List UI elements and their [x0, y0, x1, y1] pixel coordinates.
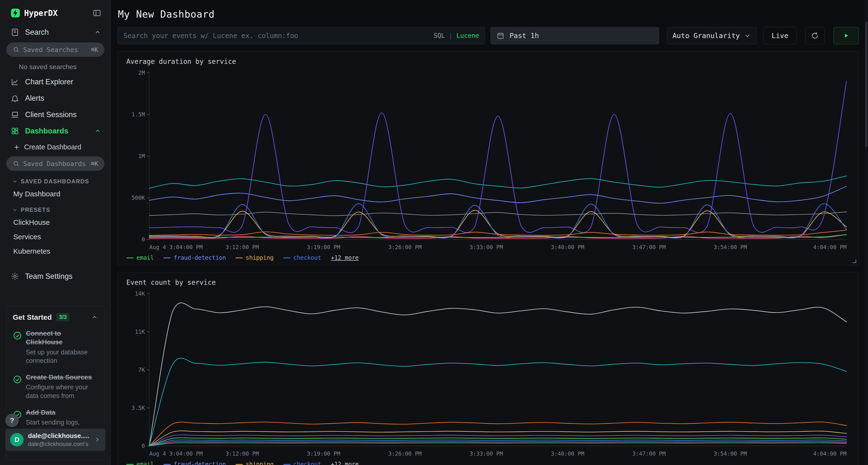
sidebar-item-label: Client Sessions	[25, 110, 77, 119]
check-circle-icon	[13, 375, 22, 385]
get-started-progress-badge: 3/3	[56, 313, 70, 322]
live-button[interactable]: Live	[763, 27, 797, 44]
language-toggle-lucene[interactable]: Lucene	[457, 32, 479, 39]
sidebar-item-label: Search	[25, 28, 49, 37]
legend-item-checkout[interactable]: checkout	[283, 461, 321, 465]
sidebar-item-label: Team Settings	[25, 272, 72, 281]
svg-text:3:26:00 PM: 3:26:00 PM	[388, 451, 422, 457]
svg-text:0: 0	[142, 443, 145, 449]
run-query-button[interactable]	[833, 27, 859, 44]
sidebar-item-kubernetes[interactable]: Kubernetes	[0, 244, 111, 259]
language-toggle-sql[interactable]: SQL	[434, 32, 445, 39]
time-range-input[interactable]: Past 1h	[490, 27, 659, 44]
legend-item-email[interactable]: email	[126, 461, 154, 465]
step-title: Add Data	[26, 408, 98, 417]
refresh-icon	[811, 32, 819, 40]
hyperdx-logo[interactable]: HyperDX	[10, 8, 58, 18]
legend-item-shipping[interactable]: shipping	[236, 461, 274, 465]
sidebar-item-search[interactable]: Search	[0, 24, 111, 40]
svg-text:3:54:00 PM: 3:54:00 PM	[714, 451, 747, 457]
scrollbar-thumb[interactable]	[865, 22, 867, 147]
panel-resize-handle[interactable]	[852, 260, 856, 263]
chart-title: Event count by service	[126, 278, 850, 287]
step-description: Configure where your data comes from	[26, 383, 98, 400]
sidebar-item-dashboards[interactable]: Dashboards	[0, 123, 111, 139]
page-title: My New Dashboard	[118, 9, 859, 20]
refresh-button[interactable]	[805, 27, 825, 44]
legend-label: email	[136, 255, 154, 261]
sidebar-item-client-sessions[interactable]: Client Sessions	[0, 106, 111, 123]
saved-searches-placeholder: Saved Searches	[23, 46, 88, 54]
legend-item-shipping[interactable]: shipping	[236, 255, 274, 261]
bell-icon	[10, 94, 19, 103]
legend-item-email[interactable]: email	[126, 255, 154, 261]
svg-text:2M: 2M	[138, 70, 145, 76]
get-started-step-connect[interactable]: Connect to ClickHouse Set up your databa…	[13, 329, 98, 365]
create-dashboard-label: Create Dashboard	[24, 143, 81, 151]
section-header-label: SAVED DASHBOARDS	[21, 178, 89, 185]
legend-item-fraud-detection[interactable]: fraud-detection	[163, 255, 226, 261]
svg-text:14K: 14K	[135, 291, 145, 297]
saved-searches-input[interactable]: Saved Searches ⌘K	[6, 42, 104, 57]
chevron-down-icon	[744, 32, 751, 39]
legend-label: shipping	[246, 255, 274, 261]
svg-text:3:19:00 PM: 3:19:00 PM	[307, 244, 340, 250]
svg-text:11K: 11K	[135, 329, 145, 335]
time-range-value: Past 1h	[509, 32, 539, 40]
sidebar-item-services[interactable]: Services	[0, 230, 111, 244]
svg-text:Aug 4 3:04:00 PM: Aug 4 3:04:00 PM	[149, 244, 203, 250]
legend-more-link[interactable]: +12 more	[331, 461, 359, 465]
line-chart-event-count[interactable]: 03.5K7K11K14KAug 4 3:04:00 PM3:12:00 PM3…	[126, 290, 850, 459]
presets-section-toggle[interactable]: PRESETS	[0, 201, 111, 215]
svg-text:3:47:00 PM: 3:47:00 PM	[632, 244, 665, 250]
collapse-sidebar-icon[interactable]	[92, 8, 101, 18]
create-dashboard-button[interactable]: Create Dashboard	[0, 139, 111, 155]
sidebar-item-chart-explorer[interactable]: Chart Explorer	[0, 74, 111, 90]
svg-text:3:40:00 PM: 3:40:00 PM	[551, 451, 584, 457]
chart-legend: emailfraud-detectionshippingcheckout+12 …	[126, 461, 850, 465]
svg-text:3:47:00 PM: 3:47:00 PM	[632, 451, 665, 457]
line-chart-avg-duration[interactable]: 0500K1M1.5M2MAug 4 3:04:00 PM3:12:00 PM3…	[126, 69, 850, 252]
play-icon	[843, 32, 849, 39]
legend-item-fraud-detection[interactable]: fraud-detection	[163, 461, 226, 465]
svg-text:3:19:00 PM: 3:19:00 PM	[307, 451, 340, 457]
sidebar-item-clickhouse[interactable]: ClickHouse	[0, 215, 111, 230]
svg-text:1.5M: 1.5M	[132, 111, 145, 118]
sidebar-item-my-dashboard[interactable]: My Dashboard	[0, 187, 111, 201]
legend-more-link[interactable]: +12 more	[331, 255, 359, 261]
avatar: D	[10, 433, 24, 446]
legend-swatch	[283, 464, 290, 465]
svg-text:500K: 500K	[132, 195, 145, 201]
saved-dashboards-input[interactable]: Saved Dashboards ⌘K	[6, 156, 104, 171]
svg-text:3.5K: 3.5K	[132, 405, 145, 411]
legend-item-checkout[interactable]: checkout	[283, 255, 321, 261]
granularity-select[interactable]: Auto Granularity	[667, 27, 756, 44]
svg-text:Aug 4 3:04:00 PM: Aug 4 3:04:00 PM	[149, 451, 203, 457]
svg-text:4:04:00 PM: 4:04:00 PM	[813, 451, 846, 457]
hyperdx-logo-icon	[10, 8, 20, 18]
gear-icon	[10, 272, 19, 281]
plus-icon	[13, 143, 20, 151]
svg-text:3:33:00 PM: 3:33:00 PM	[470, 244, 503, 250]
sidebar-item-label: Dashboards	[25, 127, 68, 135]
legend-label: shipping	[246, 461, 274, 465]
journal-icon	[10, 28, 19, 37]
get-started-header[interactable]: Get Started 3/3	[13, 313, 98, 322]
legend-swatch	[283, 258, 290, 258]
sidebar-item-team-settings[interactable]: Team Settings	[0, 268, 111, 285]
user-menu[interactable]: D dale@clickhouse.com dale@clickhouse.co…	[5, 429, 105, 451]
help-button[interactable]: ?	[5, 414, 19, 427]
laptop-icon	[10, 110, 19, 119]
sidebar-item-alerts[interactable]: Alerts	[0, 90, 111, 106]
event-search-input[interactable]: Search your events w/ Lucene ex. column:…	[117, 27, 485, 44]
section-header-label: PRESETS	[21, 206, 51, 213]
saved-dashboards-placeholder: Saved Dashboards	[23, 160, 88, 167]
step-title: Connect to ClickHouse	[26, 329, 98, 347]
step-description: Set up your database connection	[26, 348, 98, 365]
no-saved-searches-text: No saved searches	[0, 59, 111, 74]
legend-swatch	[236, 464, 243, 465]
page-scrollbar[interactable]	[865, 0, 868, 465]
get-started-step-sources[interactable]: Create Data Sources Configure where your…	[13, 373, 98, 400]
saved-dashboards-section-toggle[interactable]: SAVED DASHBOARDS	[0, 173, 111, 187]
legend-swatch	[126, 258, 133, 258]
